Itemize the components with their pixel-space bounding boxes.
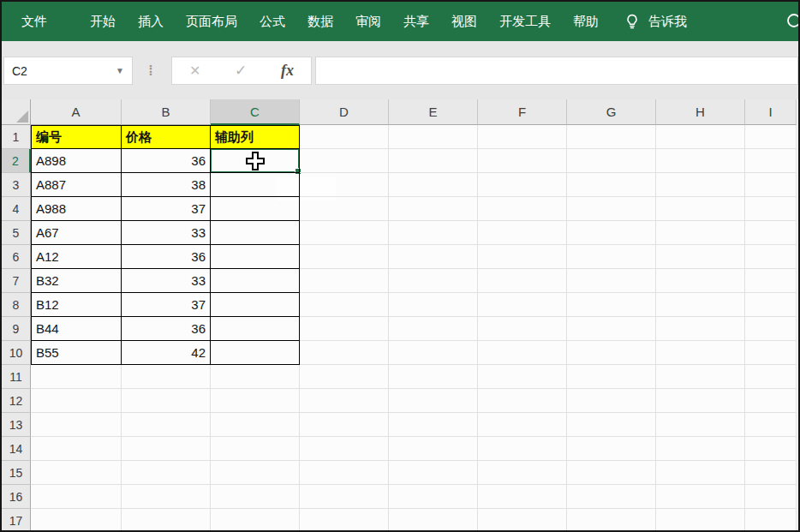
cell-G13[interactable] [567, 413, 656, 437]
cancel-button[interactable]: ✕ [189, 63, 200, 79]
row-header-13[interactable]: 13 [2, 413, 31, 437]
cell-C2[interactable] [211, 149, 300, 173]
cell-F15[interactable] [478, 461, 567, 485]
cell-C3[interactable] [211, 173, 300, 197]
cell-H16[interactable] [656, 485, 745, 509]
cell-E11[interactable] [389, 365, 478, 389]
cell-A9[interactable]: B44 [31, 317, 122, 341]
cell-H2[interactable] [656, 149, 745, 173]
cell-I13[interactable] [745, 413, 797, 437]
cell-G16[interactable] [567, 485, 656, 509]
cell-A4[interactable]: A988 [31, 197, 122, 221]
cell-D17[interactable] [300, 509, 389, 530]
cell-C15[interactable] [211, 461, 300, 485]
cell-E9[interactable] [389, 317, 478, 341]
cell-I4[interactable] [745, 197, 797, 221]
cell-H17[interactable] [656, 509, 745, 530]
cell-H9[interactable] [656, 317, 745, 341]
cell-F6[interactable] [478, 245, 567, 269]
cell-H7[interactable] [656, 269, 745, 293]
cell-A7[interactable]: B32 [31, 269, 122, 293]
cell-C14[interactable] [211, 437, 300, 461]
cell-F4[interactable] [478, 197, 567, 221]
cell-B10[interactable]: 42 [122, 341, 211, 365]
cell-G9[interactable] [567, 317, 656, 341]
column-header-H[interactable]: H [656, 99, 745, 125]
row-header-16[interactable]: 16 [2, 485, 31, 509]
cell-A6[interactable]: A12 [31, 245, 122, 269]
cell-A11[interactable] [31, 365, 122, 389]
cell-A15[interactable] [31, 461, 122, 485]
cell-D13[interactable] [300, 413, 389, 437]
column-header-F[interactable]: F [478, 99, 567, 125]
cell-H8[interactable] [656, 293, 745, 317]
cell-C12[interactable] [211, 389, 300, 413]
cell-E7[interactable] [389, 269, 478, 293]
name-box[interactable]: C2 ▼ [3, 57, 133, 85]
cell-D4[interactable] [300, 197, 389, 221]
cell-H13[interactable] [656, 413, 745, 437]
cell-I12[interactable] [745, 389, 797, 413]
cell-B4[interactable]: 37 [122, 197, 211, 221]
row-header-6[interactable]: 6 [2, 245, 31, 269]
cell-A13[interactable] [31, 413, 122, 437]
cell-D15[interactable] [300, 461, 389, 485]
cell-F9[interactable] [478, 317, 567, 341]
menu-item-developer[interactable]: 开发工具 [488, 14, 562, 30]
column-header-C[interactable]: C [211, 99, 300, 125]
cell-A1[interactable]: 编号 [31, 125, 122, 149]
cell-F14[interactable] [478, 437, 567, 461]
cell-D10[interactable] [300, 341, 389, 365]
cell-F16[interactable] [478, 485, 567, 509]
cell-F10[interactable] [478, 341, 567, 365]
cell-E16[interactable] [389, 485, 478, 509]
cell-D16[interactable] [300, 485, 389, 509]
cell-I9[interactable] [745, 317, 797, 341]
cell-B6[interactable]: 36 [122, 245, 211, 269]
cell-A14[interactable] [31, 437, 122, 461]
cell-C5[interactable] [211, 221, 300, 245]
cell-C10[interactable] [211, 341, 300, 365]
cell-B7[interactable]: 33 [122, 269, 211, 293]
menu-item-data[interactable]: 数据 [296, 14, 344, 30]
cell-C4[interactable] [211, 197, 300, 221]
cell-A8[interactable]: B12 [31, 293, 122, 317]
cell-B5[interactable]: 33 [122, 221, 211, 245]
cell-I3[interactable] [745, 173, 797, 197]
row-header-7[interactable]: 7 [2, 269, 31, 293]
column-header-I[interactable]: I [745, 99, 797, 125]
cell-F1[interactable] [478, 125, 567, 149]
cell-A2[interactable]: A898 [31, 149, 122, 173]
menu-item-help[interactable]: 帮助 [562, 14, 610, 30]
menu-item-file[interactable]: 文件 [10, 14, 58, 30]
cell-H5[interactable] [656, 221, 745, 245]
column-header-D[interactable]: D [300, 99, 389, 125]
cell-F13[interactable] [478, 413, 567, 437]
row-header-12[interactable]: 12 [2, 389, 31, 413]
cell-I10[interactable] [745, 341, 797, 365]
column-header-G[interactable]: G [567, 99, 656, 125]
cell-D6[interactable] [300, 245, 389, 269]
cell-C16[interactable] [211, 485, 300, 509]
menu-item-review[interactable]: 审阅 [344, 14, 392, 30]
column-header-A[interactable]: A [31, 99, 122, 125]
cell-E1[interactable] [389, 125, 478, 149]
cell-I1[interactable] [745, 125, 797, 149]
cell-H3[interactable] [656, 173, 745, 197]
menu-item-view[interactable]: 视图 [440, 14, 488, 30]
cell-H14[interactable] [656, 437, 745, 461]
cell-G10[interactable] [567, 341, 656, 365]
row-header-1[interactable]: 1 [2, 125, 31, 149]
row-header-4[interactable]: 4 [2, 197, 31, 221]
cell-I2[interactable] [745, 149, 797, 173]
cell-C11[interactable] [211, 365, 300, 389]
cell-G14[interactable] [567, 437, 656, 461]
cell-D9[interactable] [300, 317, 389, 341]
cell-I17[interactable] [745, 509, 797, 530]
row-header-9[interactable]: 9 [2, 317, 31, 341]
cell-I8[interactable] [745, 293, 797, 317]
cell-G7[interactable] [567, 269, 656, 293]
cell-E6[interactable] [389, 245, 478, 269]
cell-A3[interactable]: A887 [31, 173, 122, 197]
cell-F12[interactable] [478, 389, 567, 413]
